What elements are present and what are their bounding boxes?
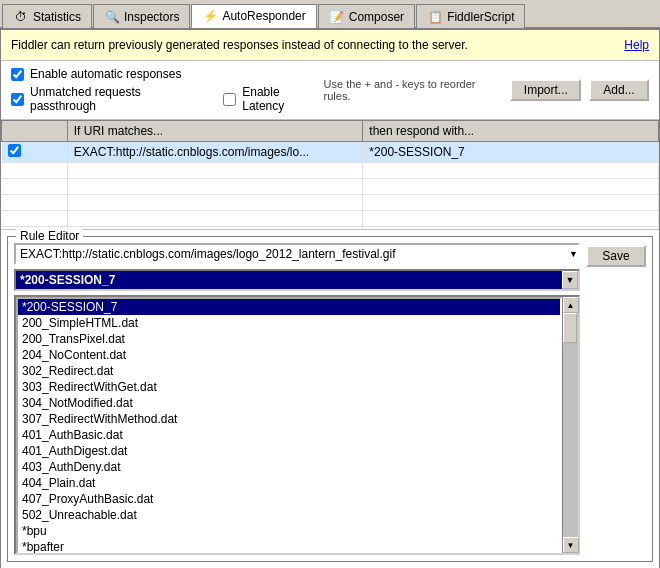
listbox-item[interactable]: *bpu: [18, 523, 560, 539]
options-left: Enable automatic responses Unmatched req…: [11, 67, 324, 113]
unmatched-row: Unmatched requests passthrough: [11, 85, 207, 113]
listbox-item[interactable]: *bpafter: [18, 539, 560, 553]
response-selected-input[interactable]: [16, 271, 562, 289]
rule-editor-legend: Rule Editor: [16, 229, 83, 243]
autoresponder-icon: ⚡: [202, 8, 218, 24]
uri-dropdown[interactable]: EXACT:http://static.cnblogs.com/images/l…: [14, 243, 580, 265]
listbox-item[interactable]: 204_NoContent.dat: [18, 347, 560, 363]
row-respond: *200-SESSION_7: [363, 142, 659, 163]
col-respond-header: then respond with...: [363, 121, 659, 142]
import-button[interactable]: Import...: [510, 79, 581, 101]
col-check-header: [2, 121, 68, 142]
add-button[interactable]: Add...: [589, 79, 649, 101]
listbox-container: *200-SESSION_7200_SimpleHTML.dat200_Tran…: [14, 295, 580, 555]
listbox-item[interactable]: 404_Plain.dat: [18, 475, 560, 491]
listbox-item[interactable]: 401_AuthBasic.dat: [18, 427, 560, 443]
info-banner: Fiddler can return previously generated …: [1, 30, 659, 61]
options-bar: Enable automatic responses Unmatched req…: [1, 61, 659, 120]
rule-editor-left: EXACT:http://static.cnblogs.com/images/l…: [14, 243, 580, 555]
unmatched-checkbox[interactable]: [11, 93, 24, 106]
listbox-inner: *200-SESSION_7200_SimpleHTML.dat200_Tran…: [16, 297, 562, 553]
empty-row-3: [2, 195, 659, 211]
row-checkbox-cell: [2, 142, 68, 163]
rule-editor-content: EXACT:http://static.cnblogs.com/images/l…: [14, 243, 646, 555]
statistics-icon: ⏱: [13, 9, 29, 25]
listbox-item[interactable]: 401_AuthDigest.dat: [18, 443, 560, 459]
tab-composer[interactable]: 📝 Composer: [318, 4, 415, 28]
rule-editor: Rule Editor EXACT:http://static.cnblogs.…: [7, 236, 653, 562]
rules-table-area: If URI matches... then respond with... E…: [1, 120, 659, 230]
row-checkbox[interactable]: [8, 144, 21, 157]
enable-auto-row: Enable automatic responses: [11, 67, 324, 81]
listbox-item[interactable]: 307_RedirectWithMethod.dat: [18, 411, 560, 427]
save-button[interactable]: Save: [586, 245, 646, 267]
table-row[interactable]: EXACT:http://static.cnblogs.com/images/l…: [2, 142, 659, 163]
tab-autoresponder[interactable]: ⚡ AutoResponder: [191, 4, 316, 28]
empty-row-4: [2, 211, 659, 227]
latency-label: Enable Latency: [242, 85, 323, 113]
listbox-item[interactable]: 303_RedirectWithGet.dat: [18, 379, 560, 395]
listbox-item[interactable]: 502_Unreachable.dat: [18, 507, 560, 523]
rules-table: If URI matches... then respond with... E…: [1, 120, 659, 230]
main-content: Fiddler can return previously generated …: [0, 29, 660, 568]
scroll-up-btn[interactable]: ▲: [563, 297, 579, 313]
enable-auto-label: Enable automatic responses: [30, 67, 181, 81]
listbox-item[interactable]: 302_Redirect.dat: [18, 363, 560, 379]
options-right: Use the + and - keys to reorder rules. I…: [324, 78, 649, 102]
col-uri-header: If URI matches...: [67, 121, 363, 142]
empty-row-2: [2, 179, 659, 195]
tab-inspectors[interactable]: 🔍 Inspectors: [93, 4, 190, 28]
tab-statistics[interactable]: ⏱ Statistics: [2, 4, 92, 28]
help-link[interactable]: Help: [624, 38, 649, 52]
composer-icon: 📝: [329, 9, 345, 25]
fiddlerscript-icon: 📋: [427, 9, 443, 25]
response-dropdown-btn[interactable]: ▼: [562, 271, 578, 289]
tab-bar: ⏱ Statistics 🔍 Inspectors ⚡ AutoResponde…: [0, 0, 660, 29]
listbox-item[interactable]: 200_SimpleHTML.dat: [18, 315, 560, 331]
hint-text: Use the + and - keys to reorder rules.: [324, 78, 502, 102]
enable-auto-checkbox[interactable]: [11, 68, 24, 81]
save-btn-area: Save: [586, 243, 646, 267]
listbox-item[interactable]: 200_TransPixel.dat: [18, 331, 560, 347]
scroll-down-btn[interactable]: ▼: [563, 537, 579, 553]
listbox-item[interactable]: 407_ProxyAuthBasic.dat: [18, 491, 560, 507]
listbox-item[interactable]: 304_NotModified.dat: [18, 395, 560, 411]
unmatched-label: Unmatched requests passthrough: [30, 85, 207, 113]
latency-checkbox[interactable]: [223, 93, 236, 106]
inspectors-icon: 🔍: [104, 9, 120, 25]
response-listbox[interactable]: *200-SESSION_7200_SimpleHTML.dat200_Tran…: [16, 297, 562, 553]
row-uri: EXACT:http://static.cnblogs.com/images/l…: [67, 142, 363, 163]
latency-row: Enable Latency: [223, 85, 323, 113]
listbox-scrollbar: ▲ ▼: [562, 297, 578, 553]
tab-fiddlerscript[interactable]: 📋 FiddlerScript: [416, 4, 525, 28]
scroll-thumb[interactable]: [563, 313, 577, 343]
empty-row-5: [2, 227, 659, 231]
empty-row-1: [2, 163, 659, 179]
uri-dropdown-wrapper: EXACT:http://static.cnblogs.com/images/l…: [14, 243, 580, 265]
response-input-row: ▼: [14, 269, 580, 291]
scroll-track: [563, 313, 578, 537]
listbox-item[interactable]: 403_AuthDeny.dat: [18, 459, 560, 475]
banner-text: Fiddler can return previously generated …: [11, 38, 468, 52]
listbox-item[interactable]: *200-SESSION_7: [18, 299, 560, 315]
